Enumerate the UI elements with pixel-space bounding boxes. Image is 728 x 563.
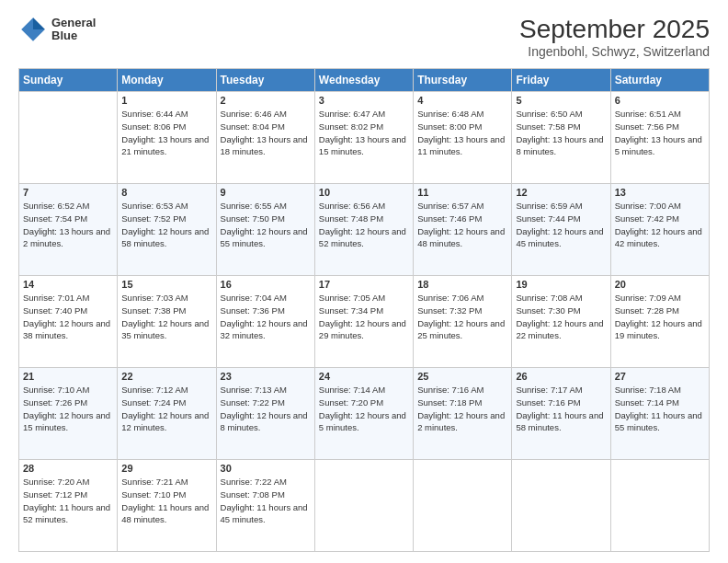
calendar-cell: 7Sunrise: 6:52 AMSunset: 7:54 PMDaylight… [19, 184, 118, 276]
calendar-cell: 19Sunrise: 7:08 AMSunset: 7:30 PMDayligh… [512, 276, 610, 368]
logo-text: General Blue [51, 17, 96, 43]
calendar-cell: 13Sunrise: 7:00 AMSunset: 7:42 PMDayligh… [610, 184, 709, 276]
calendar-cell: 2Sunrise: 6:46 AMSunset: 8:04 PMDaylight… [216, 92, 314, 184]
calendar-subtitle: Ingenbohl, Schwyz, Switzerland [519, 44, 710, 59]
calendar-cell [314, 460, 413, 552]
day-info: Sunrise: 6:51 AMSunset: 7:56 PMDaylight:… [615, 108, 705, 158]
day-number: 9 [221, 187, 311, 198]
header: General Blue September 2025 Ingenbohl, S… [18, 15, 710, 59]
calendar-cell: 5Sunrise: 6:50 AMSunset: 7:58 PMDaylight… [512, 92, 610, 184]
logo-line2: Blue [51, 29, 96, 42]
day-info: Sunrise: 7:12 AMSunset: 7:24 PMDaylight:… [121, 384, 211, 434]
day-number: 5 [516, 95, 606, 106]
day-info: Sunrise: 7:21 AMSunset: 7:10 PMDaylight:… [121, 476, 211, 526]
day-number: 30 [221, 463, 311, 474]
day-number: 22 [121, 371, 211, 382]
day-number: 6 [615, 95, 705, 106]
calendar-cell: 29Sunrise: 7:21 AMSunset: 7:10 PMDayligh… [118, 460, 216, 552]
calendar-cell: 17Sunrise: 7:05 AMSunset: 7:34 PMDayligh… [314, 276, 413, 368]
day-info: Sunrise: 7:22 AMSunset: 7:08 PMDaylight:… [221, 476, 311, 526]
day-info: Sunrise: 7:10 AMSunset: 7:26 PMDaylight:… [23, 384, 113, 434]
day-info: Sunrise: 7:08 AMSunset: 7:30 PMDaylight:… [516, 292, 606, 342]
day-info: Sunrise: 7:06 AMSunset: 7:32 PMDaylight:… [417, 292, 507, 342]
calendar-cell: 27Sunrise: 7:18 AMSunset: 7:14 PMDayligh… [610, 368, 709, 460]
day-header-tuesday: Tuesday [216, 69, 314, 92]
day-number: 14 [23, 279, 113, 290]
day-info: Sunrise: 6:55 AMSunset: 7:50 PMDaylight:… [221, 200, 311, 250]
logo-icon [18, 15, 48, 44]
calendar-cell: 8Sunrise: 6:53 AMSunset: 7:52 PMDaylight… [118, 184, 216, 276]
calendar-cell: 14Sunrise: 7:01 AMSunset: 7:40 PMDayligh… [19, 276, 118, 368]
calendar-cell: 9Sunrise: 6:55 AMSunset: 7:50 PMDaylight… [216, 184, 314, 276]
day-header-wednesday: Wednesday [314, 69, 413, 92]
day-number: 12 [516, 187, 606, 198]
calendar-cell [414, 460, 512, 552]
calendar-cell: 28Sunrise: 7:20 AMSunset: 7:12 PMDayligh… [19, 460, 118, 552]
day-number: 8 [121, 187, 211, 198]
day-number: 26 [516, 371, 606, 382]
calendar-cell: 20Sunrise: 7:09 AMSunset: 7:28 PMDayligh… [610, 276, 709, 368]
day-number: 19 [516, 279, 606, 290]
day-number: 27 [615, 371, 705, 382]
day-info: Sunrise: 7:04 AMSunset: 7:36 PMDaylight:… [221, 292, 311, 342]
calendar-cell: 1Sunrise: 6:44 AMSunset: 8:06 PMDaylight… [118, 92, 216, 184]
day-info: Sunrise: 7:09 AMSunset: 7:28 PMDaylight:… [615, 292, 705, 342]
calendar-cell: 26Sunrise: 7:17 AMSunset: 7:16 PMDayligh… [512, 368, 610, 460]
day-number: 1 [121, 95, 211, 106]
day-info: Sunrise: 6:59 AMSunset: 7:44 PMDaylight:… [516, 200, 606, 250]
day-info: Sunrise: 7:03 AMSunset: 7:38 PMDaylight:… [121, 292, 211, 342]
day-info: Sunrise: 7:14 AMSunset: 7:20 PMDaylight:… [319, 384, 409, 434]
day-header-friday: Friday [512, 69, 610, 92]
day-info: Sunrise: 7:05 AMSunset: 7:34 PMDaylight:… [319, 292, 409, 342]
calendar-cell: 24Sunrise: 7:14 AMSunset: 7:20 PMDayligh… [314, 368, 413, 460]
day-info: Sunrise: 6:57 AMSunset: 7:46 PMDaylight:… [417, 200, 507, 250]
day-header-monday: Monday [118, 69, 216, 92]
calendar-cell [512, 460, 610, 552]
calendar-title: September 2025 [519, 15, 710, 44]
day-info: Sunrise: 7:20 AMSunset: 7:12 PMDaylight:… [23, 476, 113, 526]
calendar-cell: 11Sunrise: 6:57 AMSunset: 7:46 PMDayligh… [414, 184, 512, 276]
calendar-week-1: 1Sunrise: 6:44 AMSunset: 8:06 PMDaylight… [19, 92, 710, 184]
day-number: 20 [615, 279, 705, 290]
day-info: Sunrise: 6:50 AMSunset: 7:58 PMDaylight:… [516, 108, 606, 158]
calendar-week-5: 28Sunrise: 7:20 AMSunset: 7:12 PMDayligh… [19, 460, 710, 552]
calendar-cell: 16Sunrise: 7:04 AMSunset: 7:36 PMDayligh… [216, 276, 314, 368]
day-number: 23 [221, 371, 311, 382]
day-number: 10 [319, 187, 409, 198]
day-number: 28 [23, 463, 113, 474]
day-number: 29 [121, 463, 211, 474]
day-header-sunday: Sunday [19, 69, 118, 92]
day-number: 16 [221, 279, 311, 290]
day-number: 4 [417, 95, 507, 106]
day-info: Sunrise: 6:46 AMSunset: 8:04 PMDaylight:… [221, 108, 311, 158]
logo-line1: General [51, 17, 96, 29]
day-number: 15 [121, 279, 211, 290]
day-info: Sunrise: 6:47 AMSunset: 8:02 PMDaylight:… [319, 108, 409, 158]
calendar-cell: 22Sunrise: 7:12 AMSunset: 7:24 PMDayligh… [118, 368, 216, 460]
calendar-cell: 21Sunrise: 7:10 AMSunset: 7:26 PMDayligh… [19, 368, 118, 460]
day-info: Sunrise: 6:44 AMSunset: 8:06 PMDaylight:… [121, 108, 211, 158]
calendar-table: SundayMondayTuesdayWednesdayThursdayFrid… [18, 68, 710, 552]
day-number: 17 [319, 279, 409, 290]
day-number: 3 [319, 95, 409, 106]
calendar-cell: 15Sunrise: 7:03 AMSunset: 7:38 PMDayligh… [118, 276, 216, 368]
calendar-week-4: 21Sunrise: 7:10 AMSunset: 7:26 PMDayligh… [19, 368, 710, 460]
calendar-cell: 3Sunrise: 6:47 AMSunset: 8:02 PMDaylight… [314, 92, 413, 184]
calendar-header-row: SundayMondayTuesdayWednesdayThursdayFrid… [19, 69, 710, 92]
calendar-cell: 23Sunrise: 7:13 AMSunset: 7:22 PMDayligh… [216, 368, 314, 460]
day-info: Sunrise: 7:13 AMSunset: 7:22 PMDaylight:… [221, 384, 311, 434]
day-header-thursday: Thursday [414, 69, 512, 92]
calendar-cell: 12Sunrise: 6:59 AMSunset: 7:44 PMDayligh… [512, 184, 610, 276]
day-number: 25 [417, 371, 507, 382]
page: General Blue September 2025 Ingenbohl, S… [0, 0, 728, 563]
day-number: 24 [319, 371, 409, 382]
day-info: Sunrise: 6:48 AMSunset: 8:00 PMDaylight:… [417, 108, 507, 158]
calendar-week-3: 14Sunrise: 7:01 AMSunset: 7:40 PMDayligh… [19, 276, 710, 368]
day-info: Sunrise: 7:18 AMSunset: 7:14 PMDaylight:… [615, 384, 705, 434]
calendar-cell: 18Sunrise: 7:06 AMSunset: 7:32 PMDayligh… [414, 276, 512, 368]
calendar-cell: 25Sunrise: 7:16 AMSunset: 7:18 PMDayligh… [414, 368, 512, 460]
calendar-cell [19, 92, 118, 184]
calendar-cell: 10Sunrise: 6:56 AMSunset: 7:48 PMDayligh… [314, 184, 413, 276]
calendar-cell [610, 460, 709, 552]
calendar-cell: 4Sunrise: 6:48 AMSunset: 8:00 PMDaylight… [414, 92, 512, 184]
